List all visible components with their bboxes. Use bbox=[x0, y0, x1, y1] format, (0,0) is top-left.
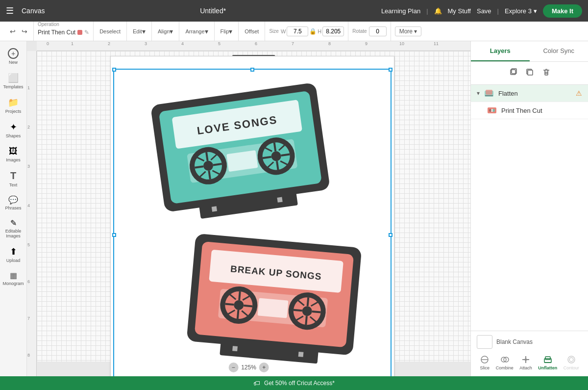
operation-group: Operation Print Then Cut ✎ bbox=[34, 22, 94, 41]
expand-chevron-icon[interactable]: ▾ bbox=[477, 90, 480, 97]
sidebar-item-shapes[interactable]: ✦ Shapes bbox=[1, 119, 25, 141]
offset-button[interactable]: Offset bbox=[243, 27, 261, 35]
flip-button[interactable]: Flip▾ bbox=[219, 26, 235, 36]
align-button[interactable]: Align▾ bbox=[156, 26, 175, 36]
canvas-grid: 7.5 in × 8.21 in LOVE SONGS bbox=[37, 51, 470, 362]
sidebar-item-upload[interactable]: ⬆ Upload bbox=[1, 243, 25, 266]
images-icon: 🖼 bbox=[9, 146, 18, 156]
make-it-button[interactable]: Make It bbox=[543, 4, 582, 18]
redo-button[interactable]: ↪ bbox=[20, 26, 29, 36]
contour-icon bbox=[566, 355, 576, 364]
svg-rect-65 bbox=[528, 70, 533, 75]
sidebar-label-shapes: Shapes bbox=[6, 133, 21, 138]
svg-line-9 bbox=[209, 171, 210, 180]
zoom-out-button[interactable]: − bbox=[228, 363, 238, 372]
align-group: Align▾ bbox=[152, 22, 179, 41]
action-attach[interactable]: Attach bbox=[519, 355, 532, 370]
blank-canvas-swatch[interactable] bbox=[477, 335, 492, 349]
size-group: Size W 🔒 H bbox=[265, 22, 348, 41]
action-combine[interactable]: Combine bbox=[496, 355, 514, 370]
operation-value[interactable]: Print Then Cut bbox=[38, 29, 75, 36]
svg-line-41 bbox=[225, 304, 234, 305]
svg-point-85 bbox=[569, 358, 573, 362]
blank-canvas-row: Blank Canvas bbox=[477, 335, 582, 349]
sidebar-label-phrases: Phrases bbox=[5, 206, 21, 210]
deselect-button[interactable]: Deselect bbox=[98, 27, 122, 35]
layer-item-flatten[interactable]: ▾ Flatten ⚠ bbox=[471, 85, 588, 102]
templates-icon: ⬜ bbox=[8, 73, 19, 83]
width-input[interactable] bbox=[287, 26, 308, 36]
sidebar-item-templates[interactable]: ⬜ Templates bbox=[1, 70, 25, 92]
new-icon: + bbox=[8, 48, 19, 59]
sidebar-item-images[interactable]: 🖼 Images bbox=[1, 143, 25, 165]
promo-bar[interactable]: 🏷 Get 50% off Cricut Access* bbox=[0, 376, 588, 390]
svg-line-39 bbox=[239, 291, 240, 300]
projects-icon: 📁 bbox=[8, 97, 19, 108]
main-layout: + New ⬜ Templates 📁 Projects ✦ Shapes 🖼 … bbox=[0, 41, 588, 376]
duplicate-icon bbox=[509, 68, 517, 77]
sidebar-item-text[interactable]: T Text bbox=[1, 167, 25, 190]
rotate-input[interactable] bbox=[369, 26, 387, 36]
rotate-group: Rotate bbox=[348, 22, 391, 41]
sidebar-label-templates: Templates bbox=[3, 84, 23, 89]
trash-icon bbox=[542, 68, 551, 77]
operation-color bbox=[77, 30, 82, 35]
toolbar: ↩ ↪ Operation Print Then Cut ✎ Deselect … bbox=[0, 22, 588, 41]
bell-icon[interactable]: 🔔 bbox=[434, 7, 442, 15]
svg-line-10 bbox=[195, 166, 203, 168]
panel-copy-button[interactable] bbox=[523, 66, 536, 80]
action-unflatten[interactable]: Unflatten bbox=[538, 355, 557, 370]
zoom-bar: − 125% + bbox=[228, 363, 269, 372]
layer-name-print-then-cut: Print Then Cut bbox=[501, 107, 582, 114]
sidebar-item-monogram[interactable]: ▦ Monogram bbox=[1, 268, 25, 289]
panel-toolbar bbox=[471, 62, 588, 85]
sidebar-label-editable-images: EditableImages bbox=[5, 229, 22, 238]
height-input[interactable] bbox=[322, 26, 344, 36]
operation-edit-icon[interactable]: ✎ bbox=[84, 29, 89, 36]
arrange-button[interactable]: Arrange▾ bbox=[183, 26, 210, 36]
attach-label: Attach bbox=[519, 365, 532, 370]
sidebar-item-editable-images[interactable]: ✎ EditableImages bbox=[1, 215, 25, 241]
action-contour[interactable]: Contour bbox=[564, 355, 579, 370]
panel-duplicate-button[interactable] bbox=[507, 66, 519, 80]
align-chevron-icon: ▾ bbox=[170, 27, 173, 35]
layer-name-flatten: Flatten bbox=[498, 90, 572, 97]
svg-rect-75 bbox=[491, 109, 493, 112]
svg-line-21 bbox=[263, 157, 271, 158]
promo-icon: 🏷 bbox=[253, 379, 260, 387]
svg-rect-58 bbox=[258, 298, 289, 318]
svg-rect-60 bbox=[232, 346, 238, 351]
sidebar-label-new: New bbox=[9, 60, 18, 65]
topbar-right: Learning Plan | 🔔 My Stuff Save | Explor… bbox=[381, 4, 582, 18]
svg-line-20 bbox=[277, 161, 278, 170]
explore-button[interactable]: Explore 3 ▾ bbox=[505, 7, 537, 15]
svg-line-50 bbox=[308, 297, 309, 306]
action-slice[interactable]: Slice bbox=[480, 355, 490, 370]
my-stuff-link[interactable]: My Stuff bbox=[448, 7, 471, 15]
tab-layers[interactable]: Layers bbox=[471, 41, 530, 61]
undo-button[interactable]: ↩ bbox=[8, 26, 18, 36]
svg-point-80 bbox=[524, 358, 527, 361]
edit-button[interactable]: Edit▾ bbox=[131, 26, 147, 36]
layer-item-print-then-cut[interactable]: Print Then Cut bbox=[471, 102, 588, 119]
zoom-in-button[interactable]: + bbox=[259, 363, 269, 372]
tab-color-sync[interactable]: Color Sync bbox=[530, 41, 588, 61]
editable-images-icon: ✎ bbox=[10, 218, 17, 228]
svg-line-42 bbox=[244, 306, 252, 307]
sidebar-item-projects[interactable]: 📁 Projects bbox=[1, 94, 25, 117]
menu-icon[interactable]: ☰ bbox=[6, 5, 14, 16]
panel-delete-button[interactable] bbox=[540, 66, 553, 80]
svg-line-19 bbox=[274, 143, 276, 152]
svg-rect-30 bbox=[277, 197, 282, 203]
sidebar-item-new[interactable]: + New bbox=[1, 45, 25, 68]
canvas-page: LOVE SONGS bbox=[110, 56, 394, 376]
svg-line-53 bbox=[312, 312, 321, 312]
contour-label: Contour bbox=[564, 365, 579, 370]
canvas-area[interactable]: 0 1 2 3 4 5 6 7 8 9 10 11 1 2 3 4 5 bbox=[27, 41, 470, 376]
svg-line-8 bbox=[206, 152, 208, 161]
save-button[interactable]: Save bbox=[477, 7, 491, 15]
more-button[interactable]: More ▾ bbox=[395, 26, 422, 36]
sidebar-item-phrases[interactable]: 💬 Phrases bbox=[1, 192, 25, 213]
lock-icon[interactable]: 🔒 bbox=[309, 28, 317, 35]
learning-plan-link[interactable]: Learning Plan bbox=[381, 7, 420, 15]
